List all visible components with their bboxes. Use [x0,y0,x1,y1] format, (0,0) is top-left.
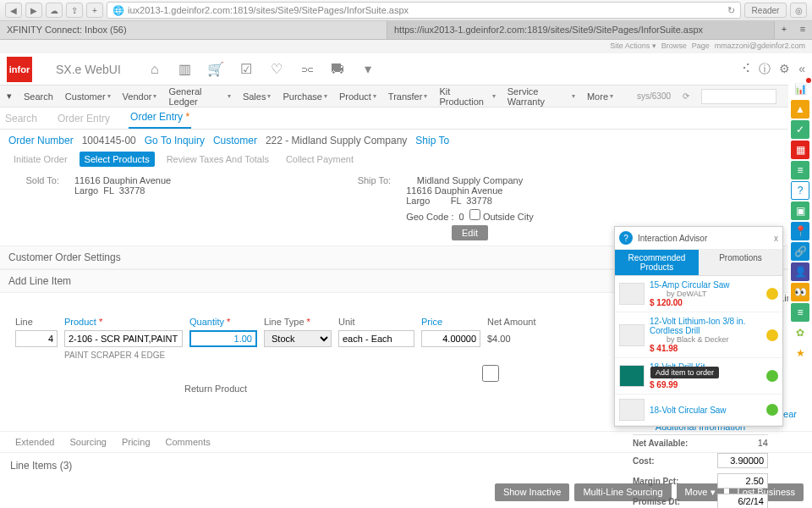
share2-icon[interactable]: ⠪ [742,62,750,77]
btab-comments[interactable]: Comments [166,437,211,447]
add-icon[interactable]: + [86,3,103,18]
cloud-icon[interactable]: ☁ [46,3,63,18]
page-link[interactable]: Page [692,41,710,52]
drop-icon[interactable]: ▾ [358,59,378,80]
advisor-tab-promotions[interactable]: Promotions [699,250,782,275]
chart-icon[interactable]: ⫗ [297,59,317,80]
col-linetype: Line Type [264,317,332,327]
menu-purchase[interactable]: Purchase▾ [283,91,326,102]
calc-icon[interactable]: ▥ [175,59,195,80]
infor-logo: infor [7,57,32,82]
advisor-product[interactable]: 18-Volt Circular Saw [615,395,782,426]
btab-pricing[interactable]: Pricing [122,437,151,447]
advisor-product[interactable]: 12-Volt Lithium-Ion 3/8 in. Cordless Dri… [615,312,782,358]
gear-icon[interactable]: ⚙ [779,62,790,77]
help-icon: ? [619,231,633,245]
rail-leaf-icon[interactable]: ✿ [791,323,809,342]
rail-warning-icon[interactable]: ▲ [791,100,809,119]
status-dot [766,404,778,416]
home-icon[interactable]: ⌂ [145,59,165,80]
margin-input[interactable] [717,473,768,489]
rail-image-icon[interactable]: ▣ [791,202,809,220]
share-icon[interactable]: ⇪ [66,3,83,18]
col-qty[interactable]: Quantity [189,317,257,327]
cart-icon[interactable]: 🛒 [206,59,226,80]
tab-order-entry[interactable]: Order Entry [56,108,112,129]
site-actions[interactable]: Site Actions ▾ [610,41,656,52]
menu-transfer[interactable]: Transfer▾ [388,91,428,102]
browse-link[interactable]: Browse [661,41,687,52]
advisor-tab-recommended[interactable]: Recommended Products [615,250,699,275]
menu-product[interactable]: Product▾ [339,91,376,102]
rail-calendar-icon[interactable]: ▦ [791,141,809,159]
menu-customer[interactable]: Customer▾ [65,91,111,102]
browser-tab[interactable]: https://iux2013-1.gdeinfor2.com:1819/sit… [387,21,775,39]
btab-sourcing[interactable]: Sourcing [69,437,106,447]
rail-check-icon[interactable]: ✓ [791,120,809,139]
forward-icon[interactable]: ▶ [25,3,42,18]
back-icon[interactable]: ◀ [5,3,22,18]
reader-button[interactable]: Reader [744,3,787,18]
status-dot [766,329,778,341]
product-input[interactable] [64,330,183,347]
rail-star-icon[interactable]: ★ [791,344,809,362]
tab-order-entry-active[interactable]: Order Entry * [129,108,191,129]
status-dot [766,370,778,382]
step-collect[interactable]: Collect Payment [281,152,359,167]
advisor-product[interactable]: 15-Amp Circular Sawby DeWALT$ 120.00 [615,276,782,312]
truck-icon[interactable]: ⛟ [327,59,348,80]
new-tab-icon[interactable]: + [775,21,793,39]
url-bar[interactable]: 🌐 iux2013-1.gdeinfor2.com:1819/sites/Sit… [107,2,741,19]
goto-inquiry-link[interactable]: Go To Inquiry [145,135,205,146]
url-text: iux2013-1.gdeinfor2.com:1819/sites/Site9… [128,5,409,15]
unit-input[interactable] [338,330,414,347]
linetype-select[interactable]: Stock [264,330,332,347]
show-inactive-button[interactable]: Show Inactive [495,483,569,501]
menu-sales[interactable]: Sales▾ [243,91,272,102]
check-icon[interactable]: ☑ [236,59,256,80]
rail-contact-icon[interactable]: 👤 [791,262,809,281]
customer-link[interactable]: Customer [213,135,257,146]
brand-title: SX.e WebUI [56,63,121,76]
rail-help-icon[interactable]: ? [791,181,809,200]
rail-link-icon[interactable]: 🔗 [791,242,809,261]
price-input[interactable] [421,330,480,347]
step-review[interactable]: Review Taxes And Totals [162,152,274,167]
rail-list-icon[interactable]: ≡ [791,303,809,322]
close-icon[interactable]: x [774,234,778,243]
bookmarks-icon[interactable]: ◎ [790,3,807,18]
menu-kit[interactable]: Kit Production▾ [439,86,495,107]
top-search-input[interactable] [701,89,776,104]
tab-list-icon[interactable]: ≡ [793,21,812,39]
shipto-link[interactable]: Ship To [415,135,449,146]
col-net: Net Amount [487,317,546,327]
outside-city-checkbox[interactable] [469,209,480,220]
menu-warranty[interactable]: Service Warranty▾ [508,86,575,107]
browser-tab[interactable]: XFINITY Connect: Inbox (56) [0,21,387,39]
menu-more[interactable]: More▾ [587,91,613,102]
btab-extended[interactable]: Extended [15,437,54,447]
step-select-products[interactable]: Select Products [80,152,155,167]
line-no-input[interactable] [15,330,58,347]
quantity-input[interactable] [189,330,257,347]
edit-button[interactable]: Edit [452,225,488,240]
promise-date-input[interactable] [717,494,768,508]
step-initiate[interactable]: Initiate Order [8,152,73,167]
col-price[interactable]: Price [421,317,480,327]
collapse-icon[interactable]: « [798,62,805,77]
rail-doc-icon[interactable]: ≡ [791,161,809,179]
rail-chart-icon[interactable]: 📊 [791,80,809,98]
net-amount: $4.00 [487,334,546,344]
menu-vendor[interactable]: Vendor▾ [123,91,157,102]
rail-pin-icon[interactable]: 📍 [791,222,809,240]
user-label: mmazzoni@gdeinfor2.com [715,41,805,52]
heart-icon[interactable]: ♡ [266,59,287,80]
menu-gl[interactable]: General Ledger▾ [168,86,230,107]
advisor-product[interactable]: 18-Volt Drill Kitby Makita$ 69.99 Add it… [615,358,782,395]
tab-search[interactable]: Search [3,108,39,129]
info-icon[interactable]: ⓘ [759,62,771,77]
menu-search[interactable]: Search [24,91,53,102]
rail-binoc-icon[interactable]: 👀 [791,283,809,301]
col-product[interactable]: Product [64,317,183,327]
cost-input[interactable] [717,453,768,468]
